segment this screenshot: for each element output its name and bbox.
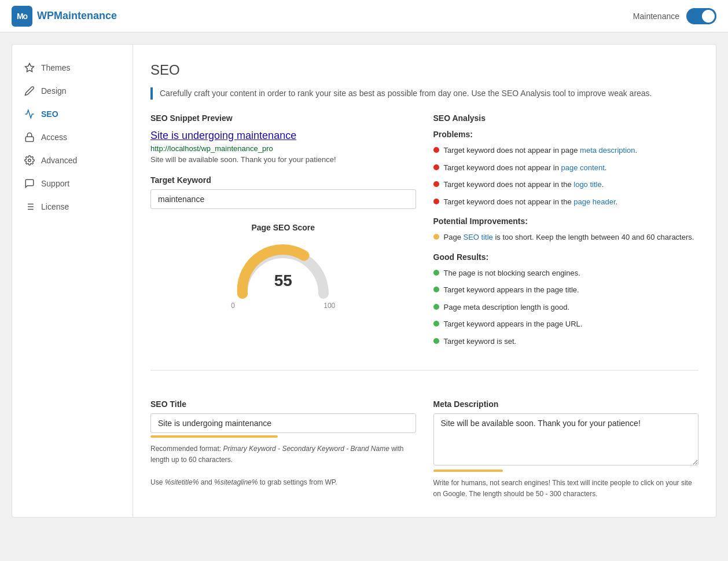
svg-point-1 bbox=[28, 159, 31, 162]
seo-title-label: SEO Title bbox=[150, 399, 416, 409]
dot-red-2 bbox=[433, 164, 439, 170]
dot-green-5 bbox=[433, 338, 439, 344]
sidebar-label-advanced: Advanced bbox=[41, 156, 77, 165]
target-keyword-input[interactable] bbox=[150, 189, 416, 209]
improvement-1: Page SEO title is too short. Keep the le… bbox=[433, 232, 699, 243]
snippet-preview-label: SEO Snippet Preview bbox=[150, 113, 416, 123]
top-two-col: SEO Snippet Preview Site is undergoing m… bbox=[150, 113, 698, 353]
improvements-header: Potential Improvements: bbox=[433, 217, 699, 226]
gauge-min: 0 bbox=[231, 302, 235, 310]
section-divider bbox=[150, 370, 698, 371]
good-2: Target keyword appears in the page title… bbox=[433, 284, 699, 296]
improvement-1-text: Page SEO title is too short. Keep the le… bbox=[444, 232, 694, 243]
sidebar-item-license[interactable]: License bbox=[12, 195, 133, 218]
sidebar-label-design: Design bbox=[41, 86, 67, 96]
bottom-section: SEO Title Recommended format: Primary Ke… bbox=[150, 388, 698, 500]
dot-green-1 bbox=[433, 270, 439, 276]
good-3: Page meta description length is good. bbox=[433, 302, 699, 313]
gauge-svg bbox=[231, 241, 335, 299]
good-5: Target keyword is set. bbox=[433, 336, 699, 347]
page-title: SEO bbox=[150, 62, 698, 78]
access-icon bbox=[24, 131, 35, 143]
logo-title-link[interactable]: logo title bbox=[573, 180, 601, 189]
sidebar: Themes Design SEO Access Advanced bbox=[12, 44, 133, 518]
sidebar-item-advanced[interactable]: Advanced bbox=[12, 149, 133, 172]
good-results-header: Good Results: bbox=[433, 252, 699, 262]
problem-4: Target keyword does not appear in the pa… bbox=[433, 196, 699, 208]
problems-header: Problems: bbox=[433, 130, 699, 139]
gauge-title: Page SEO Score bbox=[150, 223, 416, 232]
dot-green-3 bbox=[433, 304, 439, 310]
page-subtitle: Carefully craft your content in order to… bbox=[150, 87, 698, 100]
problem-1: Target keyword does not appear in page m… bbox=[433, 145, 699, 156]
snippet-description: Site will be available soon. Thank you f… bbox=[150, 155, 416, 164]
problems-section: Problems: Target keyword does not appear… bbox=[433, 130, 699, 207]
header-right: Maintenance bbox=[633, 8, 716, 24]
logo-icon-text: Mo bbox=[17, 12, 27, 21]
gauge-wrap: 55 bbox=[231, 241, 335, 299]
problem-3-text: Target keyword does not appear in the lo… bbox=[444, 179, 604, 190]
logo: Mo WPMaintenance bbox=[12, 6, 117, 27]
sidebar-label-seo: SEO bbox=[41, 109, 58, 119]
seo-analysis-label: SEO Analysis bbox=[433, 113, 699, 123]
good-2-text: Target keyword appears in the page title… bbox=[444, 284, 579, 296]
dot-yellow-1 bbox=[433, 234, 439, 240]
seo-title-bar bbox=[150, 435, 278, 438]
dot-red-4 bbox=[433, 199, 439, 204]
meta-description-bar bbox=[433, 470, 503, 472]
good-1-text: The page is not blocking search engines. bbox=[444, 267, 580, 279]
problem-1-text: Target keyword does not appear in page m… bbox=[444, 145, 638, 156]
problem-2-text: Target keyword does not appear in page c… bbox=[444, 162, 607, 174]
page-content-link[interactable]: page content bbox=[561, 163, 605, 172]
logo-text: WPMaintenance bbox=[37, 10, 117, 22]
improvements-section: Potential Improvements: Page SEO title i… bbox=[433, 217, 699, 243]
dot-green-4 bbox=[433, 321, 439, 327]
themes-icon bbox=[24, 62, 35, 74]
advanced-icon bbox=[24, 155, 35, 166]
gauge-max: 100 bbox=[323, 302, 335, 310]
good-3-text: Page meta description length is good. bbox=[444, 302, 570, 313]
sidebar-item-design[interactable]: Design bbox=[12, 79, 133, 102]
good-5-text: Target keyword is set. bbox=[444, 336, 517, 347]
seo-title-section: SEO Title Recommended format: Primary Ke… bbox=[150, 388, 416, 500]
layout: Themes Design SEO Access Advanced bbox=[12, 44, 716, 518]
right-column: SEO Analysis Problems: Target keyword do… bbox=[433, 113, 699, 353]
snippet-preview: Site is undergoing maintenance http://lo… bbox=[150, 130, 416, 164]
problem-2: Target keyword does not appear in page c… bbox=[433, 162, 699, 174]
good-1: The page is not blocking search engines. bbox=[433, 267, 699, 279]
sidebar-item-themes[interactable]: Themes bbox=[12, 56, 133, 79]
design-icon bbox=[24, 85, 35, 97]
seo-title-hint: Recommended format: Primary Keyword - Se… bbox=[150, 443, 416, 488]
seo-title-link[interactable]: SEO title bbox=[463, 233, 492, 241]
good-4-text: Target keyword appears in the page URL. bbox=[444, 318, 583, 330]
svg-rect-0 bbox=[25, 137, 34, 141]
maintenance-toggle[interactable] bbox=[686, 8, 716, 24]
logo-maintenance: Maintenance bbox=[54, 10, 117, 21]
snippet-url: http://localhost/wp_maintenance_pro bbox=[150, 144, 416, 153]
dot-red-3 bbox=[433, 181, 439, 187]
meta-description-input[interactable]: Site will be available soon. Thank you f… bbox=[433, 413, 699, 465]
gauge-container: Page SEO Score 55 0 100 bbox=[150, 223, 416, 310]
license-icon bbox=[24, 201, 35, 212]
seo-title-input-wrap bbox=[150, 413, 416, 438]
snippet-title: Site is undergoing maintenance bbox=[150, 130, 416, 142]
support-icon bbox=[24, 178, 35, 189]
sidebar-item-support[interactable]: Support bbox=[12, 172, 133, 195]
sidebar-label-access: Access bbox=[41, 133, 67, 142]
logo-icon: Mo bbox=[12, 6, 32, 27]
page-header-link[interactable]: page header bbox=[573, 197, 615, 206]
meta-description-hint: Write for humans, not search engines! Th… bbox=[433, 478, 699, 500]
sidebar-item-access[interactable]: Access bbox=[12, 126, 133, 149]
maintenance-label: Maintenance bbox=[633, 12, 679, 21]
problem-3: Target keyword does not appear in the lo… bbox=[433, 179, 699, 190]
sidebar-item-seo[interactable]: SEO bbox=[12, 102, 133, 126]
meta-description-section: Meta Description Site will be available … bbox=[433, 388, 699, 500]
problem-4-text: Target keyword does not appear in the pa… bbox=[444, 196, 618, 208]
sidebar-label-support: Support bbox=[41, 179, 69, 188]
target-keyword-label: Target Keyword bbox=[150, 175, 416, 185]
seo-icon bbox=[24, 108, 35, 120]
meta-description-label: Meta Description bbox=[433, 399, 699, 409]
seo-title-input[interactable] bbox=[150, 413, 416, 433]
good-results-section: Good Results: The page is not blocking s… bbox=[433, 252, 699, 347]
meta-description-link[interactable]: meta description bbox=[580, 146, 635, 155]
